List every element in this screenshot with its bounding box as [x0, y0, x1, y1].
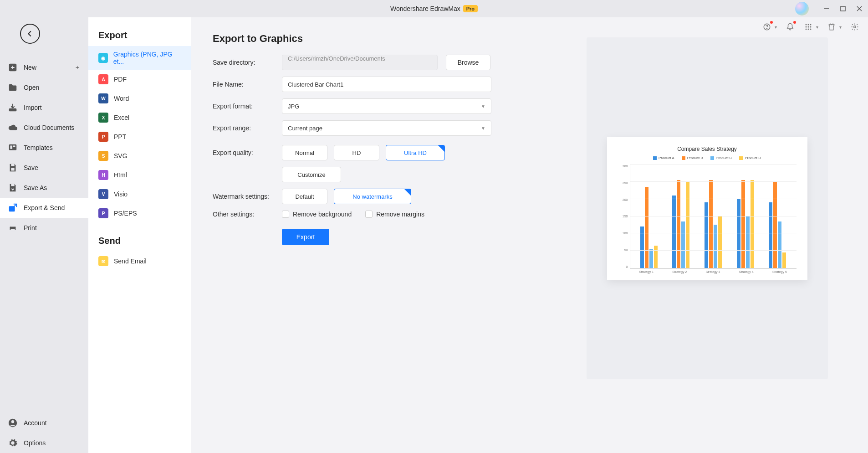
- nav-account[interactable]: Account: [0, 413, 88, 433]
- checkbox-icon: [282, 211, 289, 218]
- back-button[interactable]: [20, 24, 40, 44]
- row-format: Export format: JPG ▼: [213, 98, 541, 114]
- preview-frame: Compare Sales Strategy Product AProduct …: [587, 37, 828, 379]
- export-item-label: Graphics (PNG, JPG et...: [113, 51, 181, 65]
- nav-export-send[interactable]: Export & Send: [0, 198, 88, 218]
- nav-import[interactable]: Import: [0, 98, 88, 118]
- svg-rect-22: [11, 168, 14, 170]
- graphics-icon: ◉: [98, 53, 108, 63]
- nav-save[interactable]: Save: [0, 158, 88, 178]
- templates-icon: [7, 142, 18, 153]
- label-save-dir: Save directory:: [213, 59, 282, 66]
- nav-open[interactable]: Open: [0, 77, 88, 98]
- grid-icon[interactable]: [803, 22, 813, 32]
- export-form: Export to Graphics Save directory: C:/Us…: [213, 33, 541, 438]
- save-icon: [7, 162, 18, 173]
- export-item-svg[interactable]: S SVG: [88, 146, 191, 165]
- nav-templates[interactable]: Templates: [0, 138, 88, 158]
- gear-icon: [7, 438, 18, 448]
- remove-bg-checkbox[interactable]: Remove background: [282, 211, 352, 218]
- label-format: Export format:: [213, 103, 282, 110]
- svg-point-13: [808, 29, 809, 30]
- svg-rect-1: [841, 6, 845, 11]
- remove-margins-checkbox[interactable]: Remove margins: [365, 211, 424, 218]
- svg-rect-26: [10, 225, 15, 227]
- row-quality-customize: Customize: [213, 167, 541, 182]
- svg-rect-17: [10, 109, 16, 111]
- close-icon[interactable]: [855, 5, 863, 13]
- nav-label: Import: [24, 104, 42, 111]
- export-item-email[interactable]: ✉ Send Email: [88, 252, 191, 271]
- svg-point-8: [810, 24, 812, 26]
- svg-point-14: [810, 29, 812, 30]
- svg-point-11: [810, 26, 812, 28]
- nav-label: Account: [24, 419, 47, 427]
- send-heading: Send: [88, 236, 191, 252]
- toolbar-icons: ▾ ▾ ▾: [762, 22, 860, 32]
- quality-hd-button[interactable]: HD: [334, 145, 379, 160]
- bell-icon[interactable]: [785, 22, 795, 32]
- quality-customize-button[interactable]: Customize: [282, 167, 341, 182]
- browse-button[interactable]: Browse: [446, 55, 490, 70]
- nav-label: Open: [24, 84, 39, 91]
- chart-title: Compare Sales Strategy: [618, 146, 797, 152]
- help-icon[interactable]: [762, 22, 772, 32]
- export-item-html[interactable]: H Html: [88, 165, 191, 185]
- email-icon: ✉: [98, 256, 108, 266]
- format-value: JPG: [288, 103, 299, 110]
- export-item-pdf[interactable]: A PDF: [88, 70, 191, 89]
- range-select[interactable]: Current page ▼: [282, 120, 491, 136]
- export-item-label: Word: [114, 95, 129, 102]
- export-button[interactable]: Export: [282, 229, 329, 245]
- svg-rect-19: [10, 145, 13, 149]
- label-quality: Export quality:: [213, 149, 282, 156]
- nav-saveas[interactable]: Save As: [0, 178, 88, 198]
- export-item-ppt[interactable]: P PPT: [88, 127, 191, 146]
- nav-label: Save As: [24, 184, 47, 191]
- export-item-pseps[interactable]: P PS/EPS: [88, 204, 191, 223]
- nav-options[interactable]: Options: [0, 433, 88, 453]
- svg-point-10: [808, 26, 809, 28]
- user-avatar[interactable]: [795, 2, 809, 15]
- app-title: Wondershare EdrawMax: [390, 5, 460, 12]
- quality-normal-button[interactable]: Normal: [282, 145, 327, 160]
- word-icon: W: [98, 93, 108, 103]
- watermark-default-button[interactable]: Default: [282, 189, 327, 204]
- export-item-label: Visio: [114, 190, 128, 198]
- window-controls: [822, 0, 863, 17]
- nav-label: New: [24, 64, 36, 71]
- minimize-icon[interactable]: [822, 5, 831, 13]
- export-item-label: PDF: [114, 76, 127, 83]
- gear-icon[interactable]: [850, 22, 860, 32]
- sidebar-left: New + Open Import Cloud Documents Templa…: [0, 17, 88, 453]
- export-item-word[interactable]: W Word: [88, 89, 191, 108]
- format-select[interactable]: JPG ▼: [282, 98, 491, 114]
- watermark-none-button[interactable]: No watermarks: [334, 189, 411, 204]
- row-other: Other settings: Remove background Remove…: [213, 211, 541, 218]
- plus-icon[interactable]: +: [76, 64, 79, 71]
- visio-icon: V: [98, 189, 108, 199]
- export-item-graphics[interactable]: ◉ Graphics (PNG, JPG et...: [88, 46, 191, 70]
- svg-rect-20: [13, 145, 15, 147]
- nav-print[interactable]: Print: [0, 218, 88, 238]
- export-item-visio[interactable]: V Visio: [88, 185, 191, 204]
- svg-point-29: [11, 420, 14, 423]
- chart-plot: [630, 165, 797, 268]
- filename-input[interactable]: [282, 77, 491, 92]
- titlebar: Wondershare EdrawMax Pro: [0, 0, 868, 17]
- nav-label: Print: [24, 224, 37, 232]
- pseps-icon: P: [98, 208, 108, 218]
- chevron-down-icon: ▼: [481, 104, 485, 109]
- row-watermark: Watermark settings: Default No watermark…: [213, 189, 541, 204]
- label-watermark: Watermark settings:: [213, 193, 282, 200]
- svg-point-15: [854, 26, 856, 28]
- export-item-excel[interactable]: X Excel: [88, 108, 191, 127]
- maximize-icon[interactable]: [839, 5, 847, 13]
- nav-new[interactable]: New +: [0, 57, 88, 77]
- svg-point-6: [806, 24, 807, 26]
- export-panel: Export ◉ Graphics (PNG, JPG et... A PDF …: [88, 17, 191, 453]
- chart-y-axis: 300250200150100500: [618, 165, 630, 268]
- shirt-icon[interactable]: [827, 22, 837, 32]
- nav-cloud[interactable]: Cloud Documents: [0, 118, 88, 138]
- quality-ultrahd-button[interactable]: Ultra HD: [386, 145, 445, 160]
